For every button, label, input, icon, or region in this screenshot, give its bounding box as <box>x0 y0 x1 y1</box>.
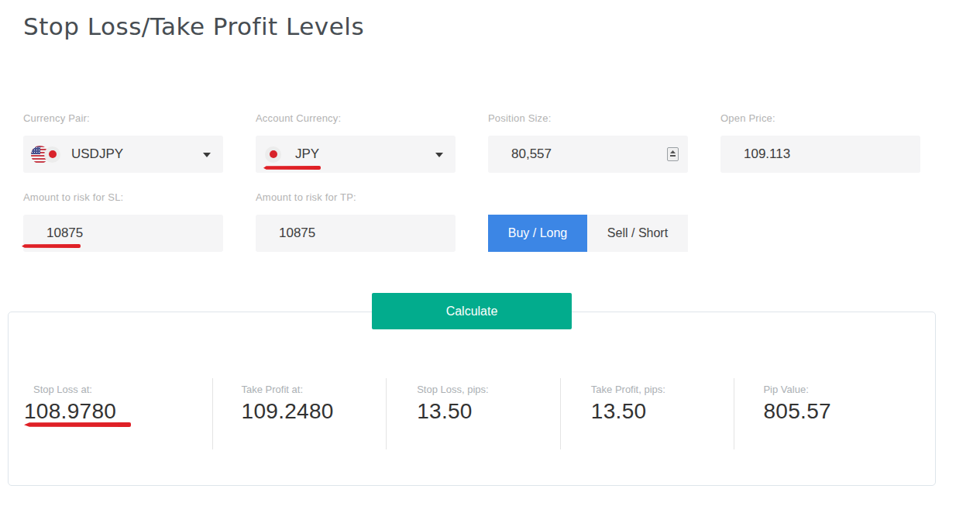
annotation-underline-jpy <box>263 166 321 170</box>
risk-tp-field <box>256 215 456 252</box>
results-row: Stop Loss at: 108.9780 Take Profit at: 1… <box>9 378 935 449</box>
result-label: Stop Loss at: <box>33 384 212 395</box>
currency-pair-label: Currency Pair: <box>23 112 90 124</box>
result-pip-value: Pip Value: 805.57 <box>734 378 935 449</box>
sl-tp-calculator-page: Stop Loss/Take Profit Levels Currency Pa… <box>0 0 980 513</box>
result-take-profit-pips: Take Profit, pips: 13.50 <box>560 378 734 449</box>
stepper-icon[interactable] <box>667 147 679 161</box>
sell-short-button[interactable]: Sell / Short <box>587 215 688 252</box>
results-panel: Stop Loss at: 108.9780 Take Profit at: 1… <box>8 312 936 486</box>
risk-sl-input[interactable] <box>23 226 163 241</box>
result-value: 13.50 <box>417 399 560 424</box>
jp-flag-icon <box>44 146 60 163</box>
result-take-profit-at: Take Profit at: 109.2480 <box>212 378 387 449</box>
position-size-label: Position Size: <box>488 112 552 124</box>
open-price-label: Open Price: <box>720 112 775 124</box>
position-size-input[interactable] <box>488 146 628 162</box>
risk-tp-label: Amount to risk for TP: <box>256 191 356 203</box>
result-value: 13.50 <box>591 399 734 424</box>
caret-down-icon <box>203 153 211 157</box>
risk-tp-input[interactable] <box>256 226 395 241</box>
result-label: Take Profit at: <box>242 384 387 395</box>
result-label: Stop Loss, pips: <box>417 384 560 395</box>
account-currency-value: JPY <box>295 146 319 162</box>
currency-pair-select[interactable]: USDJPY <box>23 136 223 173</box>
page-title: Stop Loss/Take Profit Levels <box>23 12 364 40</box>
open-price-input[interactable] <box>720 146 860 162</box>
result-stop-loss-pips: Stop Loss, pips: 13.50 <box>386 378 560 449</box>
account-currency-label: Account Currency: <box>256 112 341 124</box>
result-label: Take Profit, pips: <box>591 384 734 395</box>
annotation-underline-stop-loss <box>24 422 131 427</box>
buy-long-button[interactable]: Buy / Long <box>488 215 587 252</box>
jp-flag-icon <box>265 146 281 163</box>
position-size-field <box>488 136 688 173</box>
risk-sl-label: Amount to risk for SL: <box>23 191 123 203</box>
result-value: 109.2480 <box>242 399 387 424</box>
result-value: 108.9780 <box>24 399 212 424</box>
currency-pair-value: USDJPY <box>71 146 123 162</box>
open-price-field <box>720 136 920 173</box>
result-label: Pip Value: <box>763 384 935 395</box>
annotation-underline-risk-sl <box>22 244 81 248</box>
result-stop-loss-at: Stop Loss at: 108.9780 <box>9 378 212 449</box>
result-value: 805.57 <box>763 399 935 424</box>
calculate-button[interactable]: Calculate <box>372 293 572 329</box>
caret-down-icon <box>435 153 443 157</box>
